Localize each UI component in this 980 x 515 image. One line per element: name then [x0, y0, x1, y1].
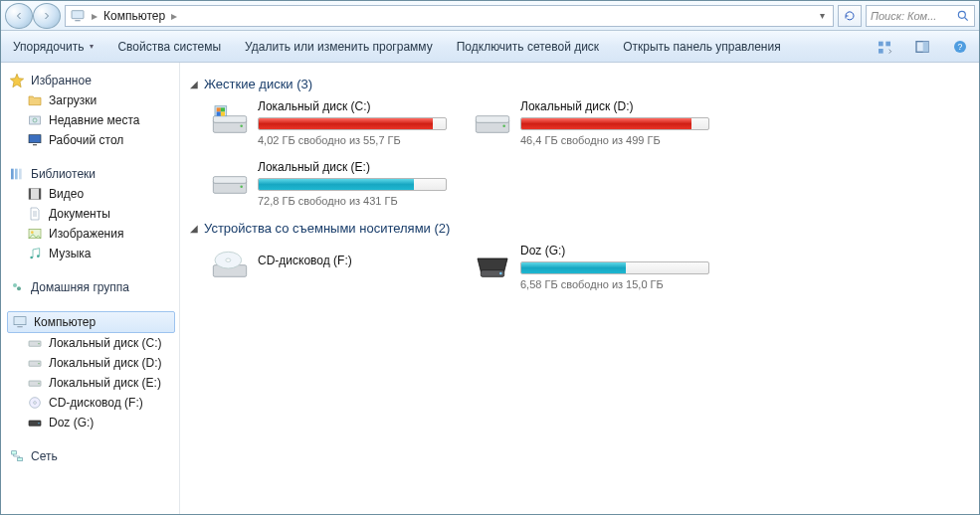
collapse-icon: ◢ — [190, 79, 198, 89]
sidebar-item-documents[interactable]: Документы — [7, 204, 179, 224]
star-icon — [9, 73, 25, 88]
breadcrumb-sep-icon: ▸ — [169, 9, 179, 23]
svg-rect-27 — [17, 326, 22, 327]
video-icon — [27, 186, 43, 202]
svg-rect-46 — [217, 112, 221, 116]
drive-name: Локальный диск (C:) — [258, 99, 459, 113]
search-icon — [956, 9, 970, 23]
drive-item-g[interactable]: Doz (G:) 6,58 ГБ свободно из 15,0 ГБ — [473, 244, 721, 290]
svg-rect-5 — [879, 49, 883, 54]
preview-pane-button[interactable] — [911, 36, 933, 58]
group-header-hdd[interactable]: ◢ Жесткие диски (3) — [190, 77, 969, 91]
picture-icon — [27, 226, 43, 242]
sidebar-item-drive-g[interactable]: Doz (G:) — [7, 413, 179, 432]
sidebar-item-drive-f[interactable]: CD-дисковод (F:) — [7, 393, 179, 413]
sidebar-item-drive-c[interactable]: Локальный диск (C:) — [7, 333, 179, 353]
group-header-removable[interactable]: ◢ Устройства со съемными носителями (2) — [190, 221, 969, 236]
drive-item-f[interactable]: CD-дисковод (F:) — [210, 244, 459, 290]
svg-rect-41 — [213, 116, 246, 123]
collapse-icon: ◢ — [190, 223, 198, 234]
sidebar-item-drive-d[interactable]: Локальный диск (D:) — [7, 353, 179, 373]
system-properties-button[interactable]: Свойства системы — [113, 36, 225, 58]
svg-rect-16 — [19, 169, 22, 180]
drive-name: Локальный диск (E:) — [258, 160, 459, 174]
svg-rect-13 — [33, 144, 37, 145]
map-network-drive-button[interactable]: Подключить сетевой диск — [453, 36, 603, 58]
svg-point-2 — [958, 11, 965, 18]
library-icon — [9, 166, 25, 182]
sidebar-item-pictures[interactable]: Изображения — [7, 224, 179, 244]
search-placeholder: Поиск: Ком... — [871, 10, 956, 22]
cd-icon — [27, 395, 43, 411]
svg-rect-14 — [11, 169, 14, 180]
drive-name: Локальный диск (D:) — [520, 99, 721, 113]
drive-name: CD-дисковод (F:) — [258, 254, 459, 267]
drive-free-space: 72,8 ГБ свободно из 431 ГБ — [258, 195, 459, 207]
usage-bar — [258, 178, 447, 191]
hdd-icon — [210, 99, 250, 139]
help-button[interactable]: ? — [949, 36, 971, 58]
sidebar-libraries-header[interactable]: Библиотеки — [7, 164, 179, 184]
breadcrumb-root[interactable]: Компьютер — [103, 9, 165, 23]
drive-item-c[interactable]: Локальный диск (C:) 4,02 ГБ свободно из … — [210, 99, 459, 146]
sidebar-network-header[interactable]: Сеть — [7, 446, 179, 466]
svg-point-25 — [17, 286, 21, 290]
refresh-button[interactable] — [838, 5, 862, 27]
hdd-icon — [473, 99, 512, 139]
svg-point-31 — [38, 363, 39, 364]
sidebar-item-music[interactable]: Музыка — [7, 244, 179, 263]
sidebar-item-video[interactable]: Видео — [7, 184, 179, 204]
search-input[interactable]: Поиск: Ком... — [866, 5, 975, 27]
uninstall-program-button[interactable]: Удалить или изменить программу — [241, 36, 437, 58]
sidebar-computer-header[interactable]: Компьютер — [7, 311, 175, 333]
svg-rect-45 — [221, 107, 225, 111]
sidebar-item-drive-e[interactable]: Локальный диск (E:) — [7, 373, 179, 393]
sidebar-homegroup-header[interactable]: Домашняя группа — [7, 277, 179, 297]
svg-rect-3 — [879, 41, 883, 46]
svg-rect-38 — [12, 451, 17, 454]
svg-rect-4 — [885, 41, 890, 46]
address-bar[interactable]: ▸ Компьютер ▸ ▾ — [65, 5, 834, 27]
recent-icon — [27, 112, 43, 128]
organize-menu[interactable]: Упорядочить — [9, 36, 98, 58]
computer-icon — [70, 8, 86, 24]
svg-rect-15 — [15, 169, 18, 180]
address-row: ▸ Компьютер ▸ ▾ Поиск: Ком... — [1, 1, 979, 31]
drive-free-space: 4,02 ГБ свободно из 55,7 ГБ — [258, 134, 459, 146]
sidebar-favorites-header[interactable]: Избранное — [7, 71, 179, 90]
usage-bar — [520, 117, 709, 130]
nav-forward-button[interactable] — [33, 3, 61, 29]
svg-rect-52 — [213, 177, 246, 184]
svg-point-37 — [38, 423, 39, 424]
content-pane: ◢ Жесткие диски (3) Локальный диск (C:) … — [180, 63, 979, 514]
svg-point-42 — [240, 124, 243, 127]
toolbar: Упорядочить Свойства системы Удалить или… — [1, 31, 979, 63]
drive-item-e[interactable]: Локальный диск (E:) 72,8 ГБ свободно из … — [210, 160, 459, 207]
svg-rect-12 — [29, 135, 41, 143]
svg-rect-26 — [14, 317, 26, 325]
sidebar-item-desktop[interactable]: Рабочий стол — [7, 130, 179, 150]
sidebar-item-downloads[interactable]: Загрузки — [7, 90, 179, 110]
removable-drive-icon — [473, 244, 512, 283]
computer-icon — [12, 314, 28, 330]
drive-icon — [27, 355, 43, 371]
svg-point-24 — [13, 283, 17, 287]
drive-icon — [27, 335, 43, 351]
svg-rect-18 — [29, 189, 31, 200]
drive-item-d[interactable]: Локальный диск (D:) 46,4 ГБ свободно из … — [473, 99, 721, 146]
view-options-button[interactable] — [874, 36, 895, 58]
sidebar-item-recent[interactable]: Недавние места — [7, 110, 179, 130]
folder-icon — [27, 92, 43, 108]
document-icon — [27, 206, 43, 222]
svg-point-23 — [37, 255, 40, 258]
address-dropdown-icon[interactable]: ▾ — [816, 10, 829, 21]
svg-rect-0 — [72, 10, 84, 18]
nav-back-button[interactable] — [5, 3, 33, 29]
svg-rect-47 — [221, 112, 225, 116]
open-control-panel-button[interactable]: Открыть панель управления — [619, 36, 785, 58]
usage-bar — [258, 117, 447, 130]
svg-point-29 — [38, 343, 39, 344]
svg-point-53 — [240, 185, 243, 188]
music-icon — [27, 246, 43, 261]
usage-bar — [520, 261, 709, 274]
